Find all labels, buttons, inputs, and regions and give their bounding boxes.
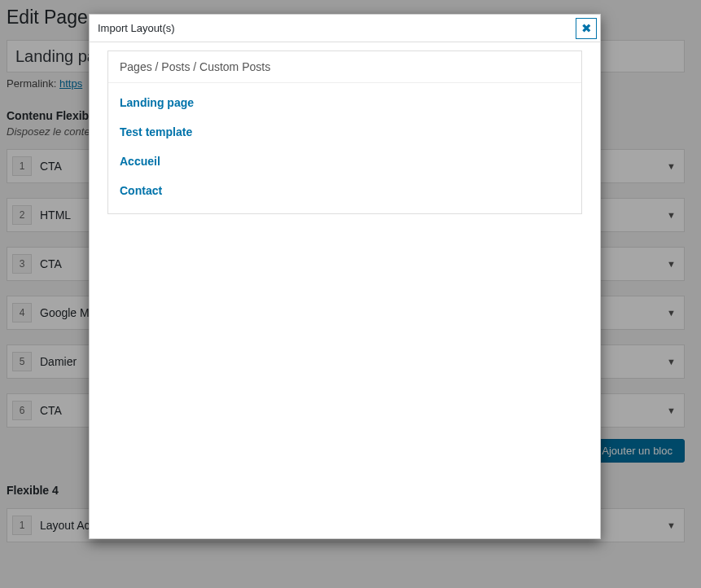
close-icon: ✖ (581, 21, 592, 36)
import-layout-item[interactable]: Accueil (120, 147, 570, 176)
import-panel-header: Pages / Posts / Custom Posts (108, 51, 581, 83)
modal-title: Import Layout(s) (98, 22, 175, 34)
import-layout-modal: Import Layout(s) ✖ Pages / Posts / Custo… (89, 14, 601, 539)
import-layout-item[interactable]: Contact (120, 176, 570, 205)
modal-close-button[interactable]: ✖ (576, 18, 597, 39)
import-layout-item[interactable]: Test template (120, 117, 570, 147)
import-layout-item[interactable]: Landing page (120, 88, 570, 117)
import-panel: Pages / Posts / Custom Posts Landing pag… (107, 50, 582, 214)
